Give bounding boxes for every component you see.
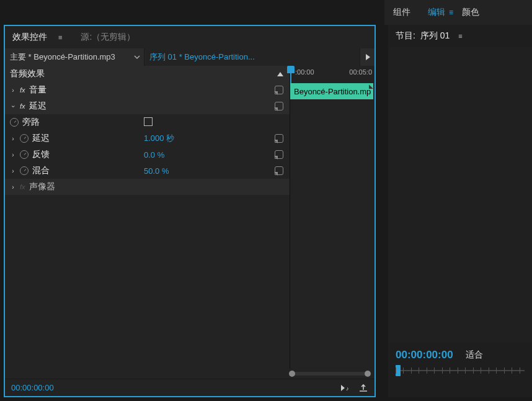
- collapse-icon[interactable]: [277, 72, 283, 76]
- stopwatch-icon[interactable]: [20, 150, 29, 159]
- prop-bypass: 旁路: [22, 117, 40, 128]
- reset-icon[interactable]: [275, 86, 283, 94]
- effect-panner[interactable]: 声像器: [29, 181, 55, 192]
- tab-color[interactable]: 颜色: [453, 7, 488, 18]
- stopwatch-icon[interactable]: [20, 134, 29, 143]
- twirl-open-icon[interactable]: ›: [10, 103, 17, 109]
- program-scrubber[interactable]: [396, 370, 525, 371]
- prop-mix: 混合: [32, 165, 50, 176]
- sequence-ref[interactable]: 序列 01 * Beyoncé-Partition...: [144, 48, 360, 66]
- effect-delay[interactable]: 延迟: [29, 101, 47, 112]
- tab-assembly[interactable]: 组件: [384, 7, 419, 18]
- effect-volume[interactable]: 音量: [29, 84, 47, 96]
- twirl-icon[interactable]: ›: [10, 135, 16, 142]
- program-title[interactable]: 序列 01: [420, 30, 450, 42]
- reset-icon[interactable]: [275, 166, 283, 175]
- reset-icon[interactable]: [275, 150, 283, 159]
- timecode[interactable]: 00:00:00:00: [11, 383, 54, 392]
- tab-source-none[interactable]: 源:（无剪辑）: [81, 32, 135, 43]
- svg-text:♪: ♪: [346, 385, 349, 392]
- fx-icon[interactable]: fx: [20, 102, 25, 110]
- ruler-tick: :00:00: [295, 68, 314, 76]
- menu-icon[interactable]: ≡: [449, 8, 453, 17]
- fx-icon[interactable]: fx: [20, 86, 25, 94]
- clip-bar[interactable]: Beyoncé-Partition.mp: [290, 83, 373, 99]
- scrubber-handle[interactable]: [396, 365, 401, 376]
- clip-end-icon: ◣: [369, 83, 373, 89]
- audio-effects-header: 音频效果: [5, 68, 45, 79]
- stopwatch-icon[interactable]: [20, 166, 29, 175]
- fx-icon[interactable]: fx: [20, 183, 25, 191]
- mini-timeline[interactable]: :00:00 00:05:0 Beyoncé-Partition.mp ◣: [290, 66, 375, 369]
- play-toggle[interactable]: [360, 48, 375, 66]
- reset-icon[interactable]: [275, 102, 283, 110]
- chevron-down-icon: [134, 54, 140, 60]
- twirl-icon[interactable]: ›: [10, 184, 16, 191]
- playhead[interactable]: [290, 66, 291, 83]
- delay-value[interactable]: 1.000 秒: [144, 133, 174, 144]
- mix-value[interactable]: 50.0 %: [144, 166, 169, 176]
- panel-menu-icon[interactable]: ≡: [58, 34, 62, 41]
- bypass-checkbox[interactable]: [144, 117, 153, 126]
- clip-master-label: 主要 * Beyoncé-Partition.mp3: [10, 52, 115, 63]
- play-audio-icon[interactable]: ♪: [340, 384, 351, 392]
- program-timecode[interactable]: 00:00:00:00: [396, 349, 453, 361]
- ruler-tick: 00:05:0: [349, 68, 372, 76]
- reset-icon[interactable]: [275, 134, 283, 143]
- program-panel: 节目: 序列 01 ≡ 00:00:00:00 适合: [388, 25, 532, 397]
- stopwatch-icon[interactable]: [10, 118, 19, 127]
- prop-feedback: 反馈: [32, 149, 50, 160]
- zoom-scrollbar[interactable]: [290, 372, 370, 376]
- panel-menu-icon[interactable]: ≡: [458, 32, 462, 40]
- scroll-handle-right[interactable]: [365, 371, 371, 377]
- feedback-value[interactable]: 0.0 %: [144, 150, 164, 160]
- effect-controls-panel: 效果控件 ≡ 源:（无剪辑） 主要 * Beyoncé-Partition.mp…: [4, 25, 376, 397]
- scroll-handle-left[interactable]: [289, 371, 295, 377]
- twirl-icon[interactable]: ›: [10, 151, 16, 158]
- clip-master-dropdown[interactable]: 主要 * Beyoncé-Partition.mp3: [5, 48, 144, 66]
- tab-effect-controls[interactable]: 效果控件: [12, 32, 47, 43]
- sequence-ref-label: 序列 01 * Beyoncé-Partition...: [149, 52, 255, 63]
- zoom-fit[interactable]: 适合: [466, 349, 483, 361]
- twirl-icon[interactable]: ›: [10, 87, 16, 94]
- twirl-icon[interactable]: ›: [10, 168, 16, 174]
- program-title-prefix: 节目:: [396, 30, 415, 42]
- prop-delay: 延迟: [32, 133, 50, 144]
- program-monitor[interactable]: [388, 47, 532, 343]
- export-icon[interactable]: [358, 384, 368, 392]
